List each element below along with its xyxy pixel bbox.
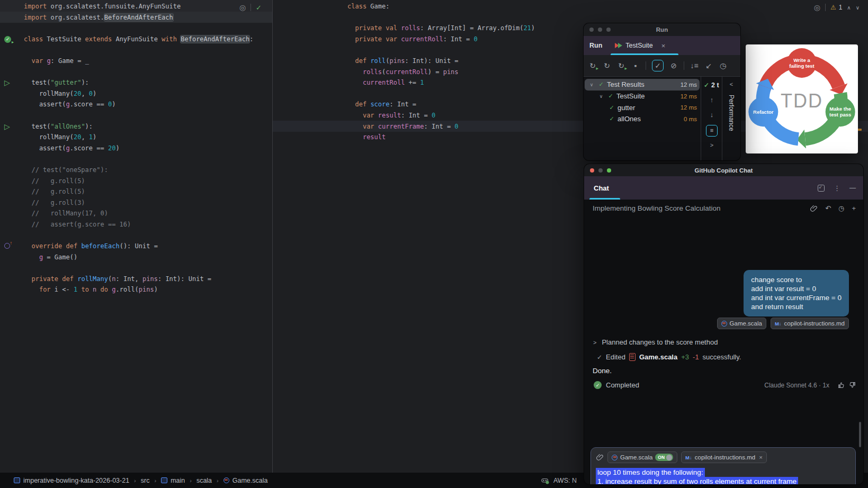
status-widgets[interactable]: AWS: N bbox=[541, 477, 577, 484]
sort-icon[interactable]: ↓≡ bbox=[690, 61, 699, 70]
context-on-toggle[interactable]: ON bbox=[655, 454, 673, 461]
active-tab-underline bbox=[611, 53, 678, 55]
expand-chevron-icon[interactable]: > bbox=[593, 339, 596, 346]
breadcrumb-item[interactable]: scala bbox=[196, 477, 212, 484]
breadcrumb-item[interactable]: main bbox=[161, 477, 185, 484]
test-tree[interactable]: ∨✓Test Results12 ms∨✓TestSuite12 ms✓gutt… bbox=[584, 79, 701, 125]
next-test-icon[interactable]: ↓ bbox=[701, 111, 722, 119]
performance-panel-stub[interactable]: < Performance bbox=[722, 77, 740, 160]
undo-icon[interactable]: ↶ bbox=[825, 204, 831, 212]
traffic-lights[interactable] bbox=[590, 168, 611, 173]
tree-chevron-icon[interactable]: ∨ bbox=[587, 82, 596, 87]
close-window-icon[interactable] bbox=[590, 168, 594, 173]
code-line: currentRoll += 1 bbox=[347, 77, 535, 88]
copilot-status-icon[interactable] bbox=[541, 477, 549, 484]
show-ignored-icon[interactable]: ⊘ bbox=[669, 61, 678, 70]
user-message-line: and int var currentFrame = 0 bbox=[751, 293, 842, 302]
edited-filename[interactable]: Game.scala bbox=[639, 353, 677, 361]
test-tree-row[interactable]: ✓allOnes0 ms bbox=[584, 113, 701, 125]
scala-icon bbox=[721, 321, 727, 327]
rerun-failed-icon[interactable]: ↻ bbox=[603, 61, 611, 70]
tab-chat[interactable]: Chat bbox=[594, 184, 609, 192]
run-test-icon[interactable]: ▷ bbox=[4, 123, 10, 130]
test-suite-code[interactable]: import org.scalatest.funsuite.AnyFunSuit… bbox=[24, 1, 254, 295]
eye-icon[interactable]: ◎ bbox=[814, 3, 820, 12]
context-chip[interactable]: Game.scala bbox=[717, 318, 766, 329]
breadcrumb[interactable]: imperative-bowling-kata-2026-03-21›src›m… bbox=[14, 477, 267, 484]
planned-changes-row[interactable]: > Planned changes to the score method bbox=[593, 338, 718, 346]
import-results-icon[interactable]: ↙ bbox=[704, 61, 713, 70]
eye-icon[interactable]: ◎ bbox=[239, 3, 246, 12]
chat-tab-bar[interactable]: Chat ⋮ — bbox=[584, 176, 863, 200]
chat-window-titlebar[interactable]: GitHub Copilot Chat bbox=[584, 164, 863, 176]
step2-label-line1: Make the bbox=[829, 106, 851, 112]
rerun-icon[interactable]: ↻ bbox=[588, 61, 597, 70]
game-code[interactable]: class Game: private val rolls: Array[Int… bbox=[347, 1, 535, 143]
more-options-icon[interactable]: ⋮ bbox=[834, 184, 840, 192]
breadcrumb-item[interactable]: Game.scala bbox=[223, 477, 268, 484]
assistant-done-text: Done. bbox=[593, 367, 612, 375]
previous-test-icon[interactable]: ↑ bbox=[701, 96, 722, 104]
chat-input-box[interactable]: Game.scalaONM↓copilot-instructions.md× l… bbox=[590, 447, 856, 484]
dock-window-icon[interactable] bbox=[818, 185, 825, 192]
breadcrumb-item[interactable]: src bbox=[141, 477, 150, 484]
zoom-window-icon[interactable] bbox=[607, 168, 611, 173]
remove-chip-icon[interactable]: × bbox=[759, 454, 763, 460]
thumbs-down-icon[interactable] bbox=[849, 382, 856, 388]
run-test-icon[interactable]: ▷ bbox=[4, 79, 10, 86]
next-problem-icon[interactable]: ∨ bbox=[856, 5, 860, 11]
resume-icon[interactable]: ↻ bbox=[617, 61, 625, 70]
prompt-text-selected[interactable]: loop 10 times doing the following:1. inc… bbox=[596, 468, 798, 484]
minimize-window-icon[interactable] bbox=[598, 168, 603, 173]
close-window-icon[interactable] bbox=[589, 28, 594, 32]
code-line: class Game: bbox=[347, 1, 535, 12]
tree-chevron-icon[interactable]: ∨ bbox=[596, 94, 606, 99]
run-window-titlebar[interactable]: Run bbox=[584, 23, 740, 36]
aws-status-text[interactable]: AWS: N bbox=[553, 477, 577, 484]
test-tree-row[interactable]: ✓gutter12 ms bbox=[584, 102, 701, 113]
thumbs-up-icon[interactable] bbox=[838, 382, 845, 388]
input-context-chip[interactable]: M↓copilot-instructions.md× bbox=[681, 451, 767, 463]
zoom-window-icon[interactable] bbox=[606, 28, 611, 32]
input-context-chip[interactable]: Game.scalaON bbox=[607, 451, 677, 463]
inspection-widget-left[interactable]: ◎ ✓ bbox=[239, 3, 262, 12]
hide-icon[interactable]: — bbox=[849, 184, 856, 192]
no-problems-icon[interactable]: ✓ bbox=[256, 4, 262, 12]
edited-file-row[interactable]: ✓ Edited Game.scala +3 -1 successfully. bbox=[597, 353, 741, 361]
attach-icon[interactable] bbox=[596, 454, 604, 461]
scrollbar[interactable] bbox=[859, 422, 861, 447]
copilot-chat-window[interactable]: GitHub Copilot Chat Chat ⋮ — Implementin… bbox=[584, 164, 863, 484]
stop-icon[interactable]: ▪ bbox=[631, 61, 640, 70]
filter-tests-icon[interactable]: ≡ bbox=[706, 125, 718, 137]
collapse-icon[interactable]: < bbox=[722, 81, 740, 87]
history-icon[interactable]: ◷ bbox=[719, 61, 727, 70]
code-line: // g.roll(5) bbox=[24, 176, 254, 187]
test-tree-row[interactable]: ∨✓Test Results12 ms bbox=[585, 79, 700, 91]
run-tab-bar[interactable]: Run TestSuite × bbox=[584, 36, 740, 55]
run-window[interactable]: Run Run TestSuite × ↻↻↻▪✓⊘↓≡↙◷ ∨✓Test Re… bbox=[584, 23, 740, 160]
context-chip[interactable]: M↓copilot-instructions.md bbox=[771, 318, 849, 329]
tab-testsuite[interactable]: TestSuite × bbox=[615, 42, 665, 50]
override-icon[interactable] bbox=[4, 243, 10, 249]
test-tree-row[interactable]: ∨✓TestSuite12 ms bbox=[584, 91, 701, 102]
run-class-icon[interactable]: ✓ bbox=[4, 36, 11, 43]
breadcrumb-item[interactable]: imperative-bowling-kata-2026-03-21 bbox=[14, 477, 129, 484]
inspection-widget-right[interactable]: ◎ ⚠ 1 ∧ ∨ bbox=[814, 3, 860, 12]
history-icon[interactable]: ◷ bbox=[838, 204, 844, 212]
attach-icon[interactable] bbox=[810, 205, 818, 212]
minimize-window-icon[interactable] bbox=[598, 28, 602, 32]
window-title: GitHub Copilot Chat bbox=[584, 167, 863, 174]
performance-tab[interactable]: Performance bbox=[728, 95, 735, 131]
expand-panel-icon[interactable]: > bbox=[701, 142, 722, 148]
close-tab-icon[interactable]: × bbox=[661, 42, 666, 50]
prev-problem-icon[interactable]: ∧ bbox=[847, 5, 851, 11]
editor-pane-left[interactable]: import org.scalatest.funsuite.AnyFunSuit… bbox=[0, 0, 272, 473]
show-passed-icon[interactable]: ✓ bbox=[652, 60, 664, 71]
traffic-lights[interactable] bbox=[589, 28, 611, 32]
new-chat-icon[interactable]: + bbox=[852, 204, 856, 212]
warning-icon[interactable]: ⚠ bbox=[830, 4, 836, 11]
test-nav-column[interactable]: ✓ 2 t ↑ ↓ ≡ > bbox=[701, 77, 722, 160]
pane-divider[interactable] bbox=[272, 0, 273, 473]
test-passed-icon: ✓ bbox=[596, 81, 606, 88]
run-toolbar[interactable]: ↻↻↻▪✓⊘↓≡↙◷ bbox=[584, 55, 740, 77]
